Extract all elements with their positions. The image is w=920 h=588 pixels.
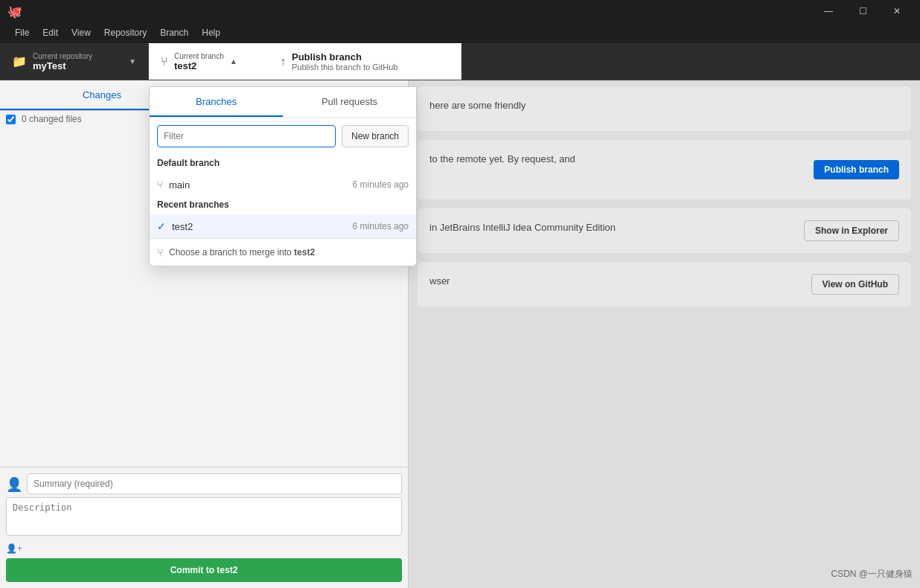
merge-icon: ⑂	[157, 246, 163, 258]
branch-dropdown-panel: Branches Pull requests New branch Defaul…	[149, 86, 417, 266]
select-all-checkbox[interactable]	[6, 115, 16, 124]
default-branch-name: main	[169, 179, 347, 191]
watermark: CSDN @一只健身猿	[831, 568, 913, 581]
default-branch-item[interactable]: ⑂ main 6 minutes ago	[150, 173, 416, 196]
recent-branch-name-0: test2	[172, 221, 347, 232]
bd-tab-branches[interactable]: Branches	[150, 87, 283, 117]
footer-merge-text: Choose a branch to merge into test2	[169, 247, 315, 258]
branch-icon: ⑂	[161, 55, 168, 68]
card-4-text: wser	[429, 274, 792, 289]
current-branch-button[interactable]: ⑂ Current branch test2 ▲	[149, 43, 268, 80]
recent-branch-time-0: 6 minutes ago	[353, 221, 409, 231]
titlebar: 🐙 — ☐ ✕	[0, 0, 920, 22]
add-coauthor-icon: 👤+	[6, 543, 22, 554]
show-explorer-button[interactable]: Show in Explorer	[804, 220, 899, 241]
changes-count: 0 changed files	[22, 114, 82, 124]
main-content: Changes History 0 changed files 👤 👤+ Com…	[0, 80, 920, 588]
menu-repository[interactable]: Repository	[98, 25, 153, 41]
publish-branch-card-button[interactable]: Publish branch	[814, 160, 899, 179]
default-branch-icon: ⑂	[157, 179, 163, 191]
view-github-button[interactable]: View on GitHub	[811, 274, 899, 295]
default-branch-time: 6 minutes ago	[353, 179, 409, 190]
commit-summary-input[interactable]	[27, 473, 402, 494]
branch-filter-input[interactable]	[157, 125, 336, 147]
titlebar-controls: — ☐ ✕	[811, 0, 914, 22]
card-1: here are some friendly	[418, 86, 911, 131]
commit-input-row: 👤	[6, 473, 402, 494]
publish-branch-button[interactable]: ↑ Publish branch Publish this branch to …	[268, 43, 461, 80]
commit-button[interactable]: Commit to test2	[6, 558, 402, 582]
publish-icon: ↑	[280, 55, 286, 68]
repo-icon: 📁	[12, 54, 27, 68]
branch-filter-row: New branch	[150, 118, 416, 155]
repo-dropdown-arrow: ▼	[129, 57, 136, 65]
publish-subtitle: Publish this branch to GitHub	[292, 63, 397, 71]
current-repository-button[interactable]: 📁 Current repository myTest ▼	[0, 43, 149, 80]
commit-area: 👤 👤+ Commit to test2	[0, 467, 408, 588]
avatar-icon: 👤	[6, 476, 21, 491]
branch-btn-text: Current branch test2	[174, 52, 224, 71]
branch-publish-section: ⑂ Current branch test2 ▲ ↑ Publish branc…	[149, 43, 461, 80]
card-3: in JetBrains IntelliJ Idea Community Edi…	[418, 208, 911, 253]
new-branch-button[interactable]: New branch	[342, 125, 409, 147]
repo-label: Current repository	[33, 52, 123, 60]
menu-edit[interactable]: Edit	[36, 25, 64, 41]
minimize-button[interactable]: —	[811, 0, 846, 22]
repo-text: Current repository myTest	[33, 52, 123, 71]
default-branch-label: Default branch	[150, 155, 416, 173]
branch-dropdown-tabs: Branches Pull requests	[150, 87, 416, 118]
card-3-text: in JetBrains IntelliJ Idea Community Edi…	[429, 220, 792, 235]
card-1-text: here are some friendly	[429, 98, 899, 113]
publish-text: Publish branch Publish this branch to Gi…	[292, 51, 397, 71]
repo-name: myTest	[33, 60, 123, 71]
menu-view[interactable]: View	[66, 25, 97, 41]
recent-branch-item-0[interactable]: ✓ test2 6 minutes ago	[150, 214, 416, 238]
toolbar: 📁 Current repository myTest ▼ ⑂ Current …	[0, 43, 920, 80]
bd-tab-pullrequests[interactable]: Pull requests	[283, 87, 416, 117]
branch-dropdown-footer: ⑂ Choose a branch to merge into test2	[150, 238, 416, 266]
card-2-text: to the remote yet. By request, and	[429, 152, 792, 167]
branch-label: Current branch	[174, 52, 224, 60]
branch-dropdown-arrow: ▲	[230, 57, 237, 65]
checkmark-icon: ✓	[157, 220, 166, 232]
recent-branches-label: Recent branches	[150, 196, 416, 214]
close-button[interactable]: ✕	[880, 0, 914, 22]
publish-title: Publish branch	[292, 51, 397, 63]
menu-file[interactable]: File	[9, 25, 35, 41]
commit-description-input[interactable]	[6, 497, 402, 536]
menu-branch[interactable]: Branch	[154, 25, 194, 41]
card-2: to the remote yet. By request, and Publi…	[418, 140, 911, 199]
menu-help[interactable]: Help	[196, 25, 226, 41]
right-panel: here are some friendly to the remote yet…	[409, 80, 920, 588]
app-icon: 🐙	[7, 4, 22, 19]
menubar: File Edit View Repository Branch Help	[0, 22, 920, 43]
card-4: wser View on GitHub	[418, 262, 911, 307]
branch-name: test2	[174, 60, 224, 71]
maximize-button[interactable]: ☐	[846, 0, 880, 22]
add-coauthor-row[interactable]: 👤+	[6, 543, 402, 554]
